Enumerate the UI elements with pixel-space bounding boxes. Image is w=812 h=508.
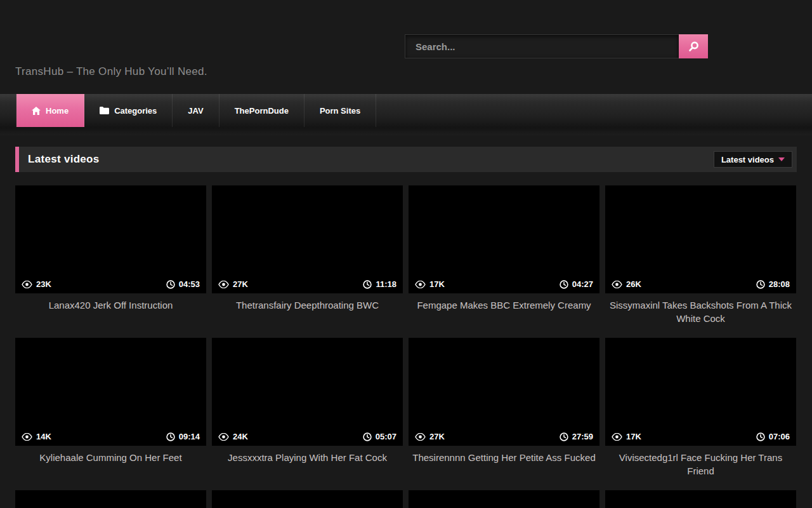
video-meta: 17K 04:27 [409,275,599,293]
duration-value: 09:14 [179,432,200,441]
clock-icon [166,432,175,441]
home-icon [32,107,41,115]
video-thumbnail[interactable] [15,490,206,508]
video-title[interactable]: Thesirennnn Getting Her Petite Ass Fucke… [409,451,599,464]
video-title[interactable]: Lanax420 Jerk Off Instruction [15,298,206,312]
video-duration: 28:08 [756,279,790,289]
duration-value: 04:53 [179,279,200,289]
video-thumbnail[interactable] [409,490,599,508]
nav-label-theporndude: ThePornDude [235,106,289,116]
clock-icon [363,432,372,441]
folder-icon [100,107,109,114]
clock-icon [166,280,175,289]
nav-label-categories: Categories [114,106,157,116]
nav-item-porn-sites[interactable]: Porn Sites [304,94,376,127]
video-title[interactable]: Sissymaxinl Takes Backshots From A Thick… [605,298,796,325]
video-title[interactable]: Kyliehaale Cumming On Her Feet [15,451,206,464]
nav-item-home[interactable]: Home [16,94,84,127]
video-title[interactable]: Vivisectedg1rl Face Fucking Her Trans Fr… [605,451,796,478]
video-meta: 27K 11:18 [212,275,403,293]
video-card[interactable] [605,490,796,508]
eye-icon [612,281,622,288]
nav-item-categories[interactable]: Categories [84,94,173,127]
view-count: 17K [415,279,445,289]
video-card[interactable]: 17K 07:06 Vivisectedg1rl Face Fucking He… [605,338,796,490]
video-thumbnail[interactable]: 17K 07:06 [605,338,796,446]
view-count-value: 17K [626,432,641,441]
clock-icon [756,432,765,441]
video-card[interactable]: 27K 27:59 Thesirennnn Getting Her Petite… [409,338,599,490]
duration-value: 04:27 [572,279,593,289]
video-duration: 04:53 [166,279,200,289]
video-thumbnail[interactable]: 14K 09:14 [15,338,206,446]
video-title[interactable]: Jessxxxtra Playing With Her Fat Cock [212,451,403,464]
view-count-value: 27K [233,279,248,289]
video-thumbnail[interactable]: 27K 27:59 [409,338,599,446]
video-card[interactable] [212,490,403,508]
video-card[interactable] [409,490,599,508]
section-title: Latest videos [28,153,100,166]
view-count: 14K [22,432,51,441]
view-count-value: 24K [233,432,248,441]
search-input[interactable] [405,34,679,58]
nav-item-theporndude[interactable]: ThePornDude [219,94,304,127]
video-thumbnail[interactable]: 23K 04:53 [15,185,206,293]
eye-icon [612,433,622,441]
video-card[interactable] [15,490,206,508]
video-thumbnail[interactable]: 24K 05:07 [212,338,403,446]
video-thumbnail[interactable]: 17K 04:27 [409,185,599,293]
video-duration: 11:18 [363,279,396,289]
clock-icon [756,280,765,289]
eye-icon [218,433,229,441]
eye-icon [218,281,229,288]
view-count-value: 26K [626,279,641,289]
view-count: 26K [612,279,641,289]
video-meta: 23K 04:53 [15,275,206,293]
video-duration: 27:59 [560,432,593,441]
video-title[interactable]: Thetransfairy Deepthroating BWC [212,298,403,312]
caret-down-icon [778,157,785,161]
nav-label-porn-sites: Porn Sites [320,106,360,116]
video-duration: 05:07 [363,432,396,441]
video-card[interactable]: 14K 09:14 Kyliehaale Cumming On Her Feet [15,338,206,490]
nav-items: Home Categories JAV ThePornDude Porn Sit… [16,94,376,127]
nav-item-jav[interactable]: JAV [173,94,219,127]
video-thumbnail[interactable] [605,490,796,508]
video-title[interactable]: Femgape Makes BBC Extremely Creamy [409,298,599,312]
view-count-value: 23K [36,279,51,289]
video-meta: 26K 28:08 [605,275,796,293]
eye-icon [415,433,426,441]
duration-value: 28:08 [769,279,790,289]
view-count-value: 14K [36,432,51,441]
video-meta: 27K 27:59 [409,427,599,446]
view-count: 23K [22,279,51,289]
video-card[interactable]: 24K 05:07 Jessxxxtra Playing With Her Fa… [212,338,403,490]
clock-icon [560,432,568,441]
video-card[interactable]: 26K 28:08 Sissymaxinl Takes Backshots Fr… [605,185,796,338]
duration-value: 27:59 [572,432,593,441]
nav-label-home: Home [46,106,69,116]
video-duration: 07:06 [756,432,790,441]
sort-dropdown[interactable]: Latest videos [714,151,792,168]
view-count: 27K [218,279,248,289]
duration-value: 07:06 [769,432,790,441]
view-count: 27K [415,432,445,441]
main-navigation: Home Categories JAV ThePornDude Porn Sit… [0,94,812,135]
video-thumbnail[interactable] [212,490,403,508]
video-duration: 09:14 [166,432,200,441]
video-meta: 14K 09:14 [15,427,206,446]
video-thumbnail[interactable]: 27K 11:18 [212,185,403,293]
search-button[interactable] [679,34,708,58]
video-thumbnail[interactable]: 26K 28:08 [605,185,796,293]
video-duration: 04:27 [560,279,593,289]
video-meta: 17K 07:06 [605,427,796,446]
video-card[interactable]: 27K 11:18 Thetransfairy Deepthroating BW… [212,185,403,338]
video-card[interactable]: 17K 04:27 Femgape Makes BBC Extremely Cr… [409,185,599,338]
view-count: 17K [612,432,641,441]
video-card[interactable]: 23K 04:53 Lanax420 Jerk Off Instruction [15,185,206,338]
sort-dropdown-label: Latest videos [721,155,774,164]
video-meta: 24K 05:07 [212,427,403,446]
section-accent-bar [15,147,19,172]
duration-value: 05:07 [376,432,396,441]
eye-icon [415,281,426,288]
